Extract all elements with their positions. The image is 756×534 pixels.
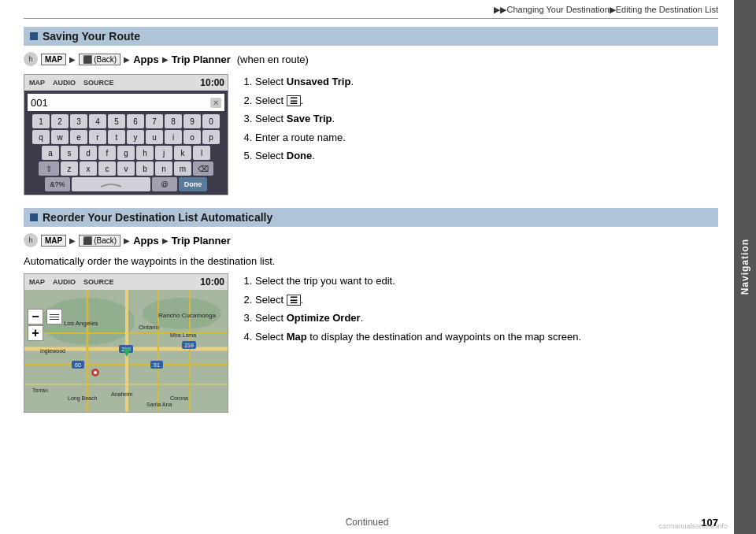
key-o[interactable]: o: [183, 130, 201, 144]
search-clear[interactable]: ✕: [210, 98, 221, 108]
key-backspace[interactable]: ⌫: [193, 161, 213, 176]
key-c[interactable]: c: [98, 161, 116, 176]
key-p[interactable]: p: [202, 130, 220, 144]
key-at[interactable]: @: [152, 177, 177, 191]
section2-body: MAP AUDIO SOURCE 10:00: [24, 273, 718, 413]
key-a[interactable]: a: [42, 146, 59, 160]
key-f[interactable]: f: [98, 146, 116, 160]
tab-map-1[interactable]: MAP: [28, 79, 46, 87]
key-k[interactable]: k: [174, 146, 191, 160]
keyboard-area: 001 ✕ 1 2 3 4 5 6 7 8 9 0: [24, 91, 228, 195]
key-t[interactable]: t: [108, 130, 125, 144]
svg-text:Long Beach: Long Beach: [68, 395, 97, 402]
keyboard-bottom-row: &?% @ Done: [28, 177, 224, 191]
tab-audio-2[interactable]: AUDIO: [51, 278, 77, 286]
key-n[interactable]: n: [155, 161, 172, 176]
nav-sidebar-label: Navigation: [739, 239, 750, 295]
tab-source-2[interactable]: SOURCE: [82, 278, 116, 286]
section2-square: [30, 213, 38, 221]
key-2[interactable]: 2: [51, 114, 69, 128]
back-text-1: (Back): [94, 55, 117, 64]
search-row: 001 ✕: [28, 94, 224, 111]
step1-4: Enter a route name.: [255, 130, 718, 146]
key-5[interactable]: 5: [108, 114, 125, 128]
back-text-2: (Back): [94, 236, 117, 245]
step2-2: Select ☰.: [255, 292, 718, 308]
key-u[interactable]: u: [146, 130, 163, 144]
svg-text:60: 60: [75, 362, 81, 368]
key-m[interactable]: m: [174, 161, 191, 176]
svg-text:Corona: Corona: [170, 395, 188, 401]
key-3[interactable]: 3: [70, 114, 87, 128]
keyboard-row-1: 1 2 3 4 5 6 7 8 9 0: [28, 114, 224, 128]
key-shift[interactable]: ⇧: [39, 161, 59, 176]
section2-steps-list: Select the trip you want to edit. Select…: [241, 273, 718, 344]
key-j[interactable]: j: [155, 146, 172, 160]
key-6[interactable]: 6: [127, 114, 144, 128]
watermark: carmanualsonline.info: [658, 519, 728, 531]
section1-breadcrumb: h MAP ▶ ⬛ (Back) ▶ Apps ▶ Trip Planner (…: [24, 52, 718, 66]
key-v[interactable]: v: [117, 161, 135, 176]
screenshot1-time: 10:00: [200, 77, 224, 88]
key-symbols[interactable]: &?%: [45, 177, 70, 191]
svg-text:Santa Ana: Santa Ana: [146, 402, 172, 407]
back-icon-2: ⬛: [83, 236, 92, 245]
key-9[interactable]: 9: [183, 114, 201, 128]
key-x[interactable]: x: [80, 161, 97, 176]
tab-source-1[interactable]: SOURCE: [82, 79, 116, 87]
tab-audio-1[interactable]: AUDIO: [51, 79, 77, 87]
back-badge-2: ⬛ (Back): [79, 235, 120, 247]
key-q[interactable]: q: [32, 130, 50, 144]
key-1[interactable]: 1: [32, 114, 50, 128]
key-s[interactable]: s: [61, 146, 78, 160]
key-7[interactable]: 7: [146, 114, 163, 128]
key-z[interactable]: z: [61, 161, 78, 176]
section1-square: [30, 32, 38, 40]
section1-instructions: Select Unsaved Trip. Select ☰. Select Sa…: [241, 74, 718, 195]
svg-text:91: 91: [154, 362, 160, 368]
section1-screenshot: MAP AUDIO SOURCE 10:00 001 ✕ 1 2 3 4 5 6: [24, 74, 228, 195]
zoom-out-button[interactable]: −: [28, 309, 43, 324]
map-badge-2: MAP: [41, 235, 66, 247]
key-y[interactable]: y: [127, 130, 144, 144]
key-r[interactable]: r: [89, 130, 106, 144]
map-controls: − +: [28, 309, 43, 341]
hamburger-line-3: [50, 319, 59, 320]
svg-text:Ontario: Ontario: [139, 324, 160, 331]
menu-button[interactable]: [46, 309, 62, 324]
keyboard-row-3: a s d f g h j k l: [28, 146, 224, 160]
section1-steps-list: Select Unsaved Trip. Select ☰. Select Sa…: [241, 74, 718, 164]
key-b[interactable]: b: [136, 161, 154, 176]
section2-instructions: Select the trip you want to edit. Select…: [241, 273, 718, 413]
key-i[interactable]: i: [165, 130, 182, 144]
key-e[interactable]: e: [70, 130, 87, 144]
key-g[interactable]: g: [117, 146, 135, 160]
tab-map-2[interactable]: MAP: [28, 278, 46, 286]
screenshot1-topbar: MAP AUDIO SOURCE 10:00: [24, 75, 228, 91]
step1-3: Select Save Trip.: [255, 111, 718, 127]
key-w[interactable]: w: [51, 130, 69, 144]
h-icon-1: h: [24, 52, 38, 66]
key-0[interactable]: 0: [202, 114, 220, 128]
trip-planner-label-1: Trip Planner: [172, 54, 231, 65]
section2-header: Reorder Your Destination List Automatica…: [24, 208, 718, 227]
apps-label-2: Apps: [133, 235, 159, 247]
key-d[interactable]: d: [80, 146, 97, 160]
back-badge-1: ⬛ (Back): [79, 54, 120, 65]
key-8[interactable]: 8: [165, 114, 182, 128]
step2-4: Select Map to display the destination an…: [255, 329, 718, 345]
space-icon: [99, 180, 123, 188]
key-l[interactable]: l: [193, 146, 210, 160]
section1-title: Saving Your Route: [43, 30, 140, 43]
svg-text:Torran: Torran: [32, 388, 48, 393]
search-value: 001: [31, 97, 48, 109]
screenshot2-topbar: MAP AUDIO SOURCE 10:00: [24, 274, 228, 290]
key-done[interactable]: Done: [179, 177, 207, 191]
section2-title: Reorder Your Destination List Automatica…: [43, 211, 272, 224]
zoom-in-button[interactable]: +: [28, 325, 43, 341]
key-space[interactable]: [72, 177, 150, 191]
key-h[interactable]: h: [136, 146, 154, 160]
footer-continued: Continued: [0, 517, 734, 528]
key-4[interactable]: 4: [89, 114, 106, 128]
header-breadcrumb: ▶▶Changing Your Destination▶Editing the …: [494, 5, 718, 15]
